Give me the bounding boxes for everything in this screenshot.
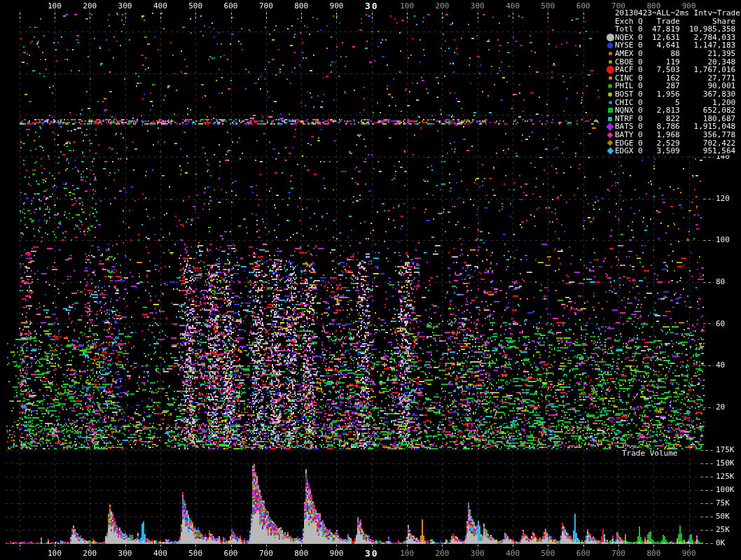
time-tick-label: 500 — [188, 549, 202, 558]
legend-marker-amex-icon — [609, 52, 612, 55]
time-tick-label: 800 — [646, 549, 660, 558]
time-tick-label: 200 — [436, 1, 450, 10]
legend-q: 0 — [633, 66, 642, 74]
time-tick-label: 500 — [188, 1, 202, 10]
time-tick-label: 900 — [330, 1, 344, 10]
legend-marker-edgx-icon — [607, 148, 614, 155]
volume-tick-label: 125K — [716, 472, 735, 481]
time-tick-label: 400 — [153, 1, 167, 10]
second-marker-label: 30 — [365, 549, 379, 558]
legend-exch: BATY — [615, 131, 633, 139]
legend-marker-nqex-icon — [607, 34, 614, 41]
legend-marker-ntrf-icon — [608, 117, 612, 121]
legend-row-nqnx: NQNX02,813652,082 — [602, 106, 741, 115]
legend-q: 0 — [633, 90, 642, 99]
legend-share: 21,395 — [680, 50, 735, 58]
legend-exch: EDGX — [615, 147, 633, 155]
volume-tick-label: 25K — [716, 526, 730, 534]
time-tick-label: 300 — [471, 1, 485, 10]
legend-q: 0 — [633, 131, 642, 139]
time-tick-label: 100 — [48, 549, 62, 558]
legend-marker-cboe-icon — [609, 60, 612, 64]
nanex-trade-chart-window: Nanex 1002003004005006007008009001002003… — [0, 0, 741, 560]
time-tick-label: 100 — [48, 1, 62, 10]
legend-marker-pacf-icon — [607, 66, 614, 74]
volume-tick-label: 100K — [716, 486, 735, 494]
time-tick-label: 800 — [294, 549, 308, 558]
time-tick-label: 900 — [682, 549, 696, 558]
time-tick-label: 400 — [506, 1, 520, 10]
legend-marker-cinc-icon — [609, 76, 612, 80]
legend-row-bost: BOST01,956367,830 — [602, 90, 741, 99]
legend-q: 0 — [633, 147, 642, 155]
time-tick-label: 600 — [576, 549, 590, 558]
time-tick-label: 400 — [506, 549, 520, 558]
time-tick-label: 400 — [153, 549, 167, 558]
time-tick-label: 600 — [224, 549, 238, 558]
volume-tick-label: 50K — [716, 512, 730, 521]
time-tick-label: 300 — [118, 1, 132, 10]
legend-marker-nqnx-icon — [608, 108, 613, 113]
time-tick-label: 700 — [611, 549, 625, 558]
legend-share: 951,564 — [680, 147, 735, 155]
legend-row-edgx: EDGX03,509951,564 — [602, 147, 741, 155]
time-tick-label: 200 — [83, 1, 97, 10]
legend-exch: BOST — [615, 90, 633, 99]
volume-tick-label: 175K — [716, 446, 735, 454]
legend-share: 367,830 — [680, 90, 735, 99]
legend-marker-edge-icon — [607, 140, 613, 146]
legend-trade: 1,968 — [643, 131, 680, 139]
exchange-legend: 20130423~ALL~2ms Intv~Trades ExchQTradeS… — [602, 9, 741, 155]
legend-exch: AMEX — [615, 50, 633, 58]
legend-row-baty: BATY01,968356,778 — [602, 131, 741, 139]
bottom-time-axis: 1002003004005006007008009001002003004005… — [0, 549, 741, 559]
price-tick-label: 80 — [716, 278, 725, 286]
legend-share: 652,082 — [680, 106, 735, 115]
legend-marker-bats-icon — [606, 122, 614, 130]
volume-tick-label: 150K — [716, 459, 735, 468]
time-tick-label: 600 — [576, 1, 590, 10]
legend-exch: NQNX — [615, 106, 633, 115]
legend-exch: PACF — [615, 66, 633, 74]
time-tick-label: 500 — [541, 1, 555, 10]
volume-panel-title: Trade Volume — [622, 449, 677, 458]
time-tick-label: 100 — [400, 1, 414, 10]
time-tick-label: 500 — [541, 549, 555, 558]
legend-title: 20130423~ALL~2ms Intv~Trades — [602, 9, 741, 18]
legend-trade: 3,509 — [643, 147, 680, 155]
time-tick-label: 900 — [330, 549, 344, 558]
time-tick-label: 200 — [83, 549, 97, 558]
legend-marker-chic-icon — [609, 101, 612, 104]
time-tick-label: 700 — [259, 1, 273, 10]
price-tick-label: 20 — [716, 403, 725, 412]
time-tick-label: 800 — [294, 1, 308, 10]
legend-marker-nyse-icon — [607, 43, 613, 48]
legend-trade: 2,813 — [643, 106, 680, 115]
second-marker-label: 30 — [365, 1, 379, 10]
legend-row-amex: AMEX08821,395 — [602, 50, 741, 58]
legend-share: 356,778 — [680, 131, 735, 139]
price-tick-label: 120 — [716, 195, 730, 203]
time-tick-label: 700 — [259, 549, 273, 558]
price-tick-label: 40 — [716, 361, 725, 370]
price-tick-label: 60 — [716, 320, 725, 328]
legend-share: 1,767,016 — [680, 66, 735, 74]
time-tick-label: 300 — [471, 549, 485, 558]
legend-marker-bost-icon — [608, 92, 612, 97]
legend-marker-phil-icon — [608, 84, 612, 88]
legend-q: 0 — [633, 106, 642, 115]
time-tick-label: 100 — [400, 549, 414, 558]
legend-row-pacf: PACF07,5031,767,016 — [602, 66, 741, 74]
legend-marker-baty-icon — [607, 132, 613, 137]
legend-trade: 1,956 — [643, 90, 680, 99]
time-tick-label: 300 — [118, 549, 132, 558]
legend-q: 0 — [633, 50, 642, 58]
volume-tick-label: 0K — [716, 539, 725, 547]
legend-trade: 7,503 — [643, 66, 680, 74]
price-tick-label: 100 — [716, 236, 730, 244]
volume-tick-label: 75K — [716, 499, 730, 507]
time-tick-label: 600 — [224, 1, 238, 10]
time-tick-label: 200 — [436, 549, 450, 558]
legend-trade: 88 — [643, 50, 680, 58]
